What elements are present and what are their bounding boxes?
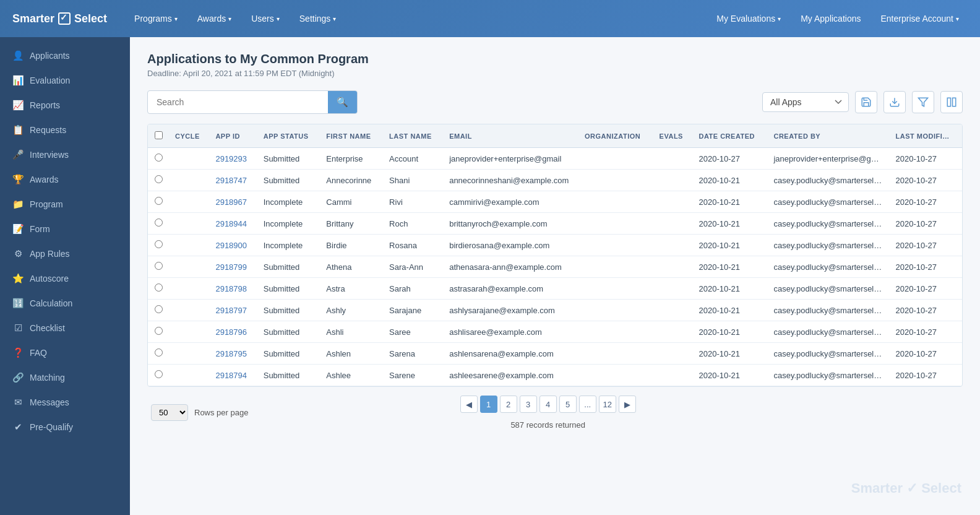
evaluation-icon: 📊 xyxy=(12,75,24,86)
row-app-id[interactable]: 2918797 xyxy=(209,300,257,321)
row-first-name: Ashlen xyxy=(320,343,383,365)
row-app-id[interactable]: 2918795 xyxy=(209,343,257,365)
row-app-id[interactable]: 2918799 xyxy=(209,256,257,278)
sidebar-label-messages: Messages xyxy=(30,397,69,407)
page-prev-btn[interactable]: ◀ xyxy=(460,396,478,413)
nav-my-evaluations-caret: ▾ xyxy=(778,15,781,22)
sidebar-item-messages[interactable]: ✉ Messages xyxy=(0,390,130,415)
sidebar-item-requests[interactable]: 📋 Requests xyxy=(0,118,130,142)
nav-item-programs[interactable]: Programs ▾ xyxy=(126,9,186,28)
page-btn-12[interactable]: 12 xyxy=(599,396,616,413)
page-next-btn[interactable]: ▶ xyxy=(619,396,636,413)
columns-icon-btn[interactable] xyxy=(940,91,963,113)
row-checkbox-cell xyxy=(148,213,169,235)
page-btn-1[interactable]: 1 xyxy=(480,396,497,413)
rows-per-page-label: Rows per page xyxy=(194,408,248,417)
sidebar-item-checklist[interactable]: ☑ Checklist xyxy=(0,316,130,340)
row-app-id[interactable]: 2919293 xyxy=(209,148,257,170)
page-btn-3[interactable]: 3 xyxy=(520,396,537,413)
row-created-by: casey.podlucky@smarterselect.c xyxy=(767,213,889,235)
row-app-id[interactable]: 2918967 xyxy=(209,191,257,213)
row-date-created: 2020-10-21 xyxy=(692,213,767,235)
col-header-first-name: FIRST NAME xyxy=(320,124,383,148)
search-input[interactable] xyxy=(148,92,328,113)
sidebar-item-app-rules[interactable]: ⚙ App Rules xyxy=(0,241,130,266)
download-icon-btn[interactable] xyxy=(883,91,906,113)
records-count: 587 records returned xyxy=(510,420,585,430)
sidebar-item-autoscore[interactable]: ⭐ Autoscore xyxy=(0,266,130,291)
sidebar-item-awards[interactable]: 🏆 Awards xyxy=(0,167,130,192)
row-email: cammirivi@example.com xyxy=(443,191,578,213)
row-organization xyxy=(578,365,653,386)
row-first-name: Ashlee xyxy=(320,365,383,386)
row-last-modified: 2020-10-27 xyxy=(889,300,962,321)
search-button[interactable]: 🔍 xyxy=(328,91,357,113)
nav-item-my-applications[interactable]: My Applications xyxy=(792,9,869,28)
sidebar-item-applicants[interactable]: 👤 Applicants xyxy=(0,43,130,68)
row-select-radio[interactable] xyxy=(155,154,163,162)
row-select-radio[interactable] xyxy=(155,305,163,313)
row-date-created: 2020-10-21 xyxy=(692,343,767,365)
row-select-radio[interactable] xyxy=(155,197,163,205)
row-first-name: Annecorinne xyxy=(320,170,383,191)
filter-icon-btn[interactable] xyxy=(912,91,934,113)
main-content: Applications to My Common Program Deadli… xyxy=(130,37,980,515)
col-header-evals: EVALS xyxy=(653,124,693,148)
row-organization xyxy=(578,191,653,213)
nav-my-evaluations-label: My Evaluations xyxy=(716,14,775,24)
top-navigation: Smarter Select Programs ▾ Awards ▾ Users… xyxy=(0,0,980,37)
sidebar-item-pre-qualify[interactable]: ✔ Pre-Qualify xyxy=(0,415,130,439)
row-email: ashlensarena@example.com xyxy=(443,343,578,365)
row-app-id[interactable]: 2918900 xyxy=(209,235,257,256)
nav-enterprise-account-caret: ▾ xyxy=(956,15,959,22)
sidebar-label-form: Form xyxy=(30,224,50,234)
row-app-id[interactable]: 2918747 xyxy=(209,170,257,191)
sidebar-item-calculation[interactable]: 🔢 Calculation xyxy=(0,291,130,316)
row-select-radio[interactable] xyxy=(155,283,163,292)
row-app-id[interactable]: 2918798 xyxy=(209,278,257,300)
row-select-radio[interactable] xyxy=(155,262,163,270)
row-status: Submitted xyxy=(257,365,320,386)
page-btn-2[interactable]: 2 xyxy=(500,396,517,413)
nav-item-my-evaluations[interactable]: My Evaluations ▾ xyxy=(708,9,789,28)
select-all-checkbox[interactable] xyxy=(155,131,163,139)
nav-item-awards[interactable]: Awards ▾ xyxy=(189,9,240,28)
row-select-radio[interactable] xyxy=(155,240,163,248)
sidebar-item-matching[interactable]: 🔗 Matching xyxy=(0,365,130,390)
save-icon-btn[interactable] xyxy=(855,91,877,113)
toolbar: 🔍 All Apps Submitted Incomplete Draft xyxy=(147,90,963,114)
sidebar-item-program[interactable]: 📁 Program xyxy=(0,192,130,217)
sidebar-item-form[interactable]: 📝 Form xyxy=(0,217,130,241)
page-subtitle: Deadline: April 20, 2021 at 11:59 PM EDT… xyxy=(147,69,963,78)
sidebar-label-evaluation: Evaluation xyxy=(30,76,70,85)
row-app-id[interactable]: 2918794 xyxy=(209,365,257,386)
rows-per-page-select[interactable]: 10 25 50 100 xyxy=(151,404,188,421)
row-email: ashlysarajane@example.com xyxy=(443,300,578,321)
row-app-id[interactable]: 2918944 xyxy=(209,213,257,235)
page-btn-5[interactable]: 5 xyxy=(559,396,577,413)
row-select-radio[interactable] xyxy=(155,348,163,357)
row-checkbox-cell xyxy=(148,235,169,256)
toolbar-right: All Apps Submitted Incomplete Draft xyxy=(762,91,963,113)
app-rules-icon: ⚙ xyxy=(12,248,24,259)
row-select-radio[interactable] xyxy=(155,327,163,335)
row-email: astrasarah@example.com xyxy=(443,278,578,300)
row-select-radio[interactable] xyxy=(155,370,163,378)
page-btn-4[interactable]: 4 xyxy=(539,396,557,413)
sidebar-item-interviews[interactable]: 🎤 Interviews xyxy=(0,142,130,167)
nav-item-users[interactable]: Users ▾ xyxy=(243,9,288,28)
brand-logo[interactable]: Smarter Select xyxy=(12,12,107,25)
sidebar-item-evaluation[interactable]: 📊 Evaluation xyxy=(0,68,130,93)
all-apps-filter[interactable]: All Apps Submitted Incomplete Draft xyxy=(762,92,849,112)
nav-item-enterprise-account[interactable]: Enterprise Account ▾ xyxy=(872,9,968,28)
row-select-radio[interactable] xyxy=(155,219,163,227)
matching-icon: 🔗 xyxy=(12,372,24,383)
sidebar-item-reports[interactable]: 📈 Reports xyxy=(0,93,130,118)
sidebar-item-faq[interactable]: ❓ FAQ xyxy=(0,340,130,365)
row-select-radio[interactable] xyxy=(155,175,163,183)
nav-item-settings[interactable]: Settings ▾ xyxy=(291,9,345,28)
row-app-id[interactable]: 2918796 xyxy=(209,321,257,343)
row-status: Submitted xyxy=(257,300,320,321)
row-last-modified: 2020-10-27 xyxy=(889,213,962,235)
row-evals xyxy=(653,343,693,365)
